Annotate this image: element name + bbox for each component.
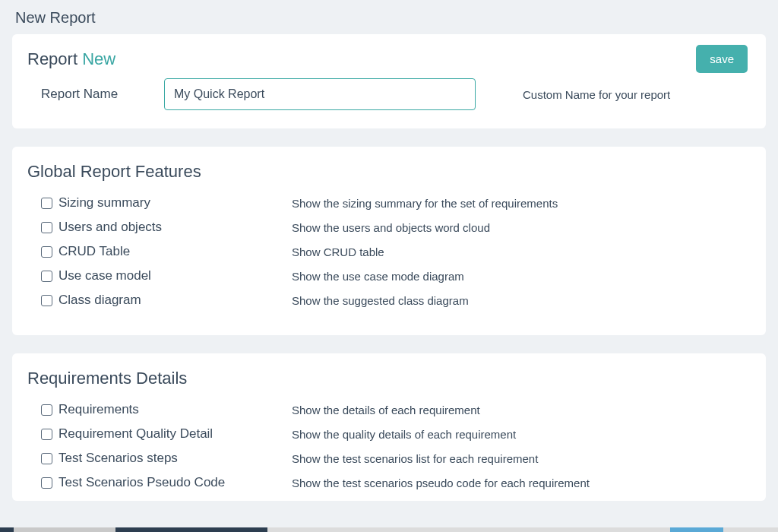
feature-desc: Show the use case mode diagram (292, 270, 464, 283)
feature-row: Users and objects Show the users and obj… (27, 215, 751, 239)
feature-desc: Show the test scenarios pseudo code for … (292, 477, 590, 489)
feature-desc: Show the sizing summary for the set of r… (292, 197, 558, 210)
checkbox-users-objects[interactable] (41, 222, 52, 233)
checkbox-crud-table[interactable] (41, 246, 52, 258)
feature-row: Use case model Show the use case mode di… (27, 264, 751, 288)
feature-label: Test Scenarios Pseudo Code (59, 475, 225, 490)
report-name-hint: Custom Name for your report (523, 88, 670, 101)
feature-row: Requirement Quality Detail Show the qual… (27, 422, 751, 446)
feature-desc: Show the suggested class diagram (292, 294, 469, 307)
checkbox-requirements[interactable] (41, 404, 52, 416)
checkbox-class-diagram[interactable] (41, 295, 52, 306)
feature-label: Sizing summary (59, 195, 150, 211)
checkbox-requirement-quality-detail[interactable] (41, 429, 52, 440)
feature-label: Test Scenarios steps (59, 451, 178, 466)
checkbox-sizing-summary[interactable] (41, 198, 52, 209)
feature-label: CRUD Table (59, 244, 130, 259)
report-new-badge: New (82, 49, 115, 68)
feature-label: Use case model (59, 268, 151, 283)
feature-row: Class diagram Show the suggested class d… (27, 288, 751, 312)
feature-row: Test Scenarios Pseudo Code Show the test… (27, 470, 751, 495)
feature-label: Class diagram (59, 293, 141, 308)
feature-row: Requirements Show the details of each re… (27, 397, 751, 422)
feature-label: Users and objects (59, 220, 162, 235)
requirements-details-title: Requirements Details (27, 369, 751, 388)
feature-desc: Show CRUD table (292, 245, 384, 258)
checkbox-test-scenarios-pseudo-code[interactable] (41, 477, 52, 489)
feature-row: CRUD Table Show CRUD table (27, 239, 751, 264)
report-card-title: Report New (27, 49, 696, 69)
global-features-card: Global Report Features Sizing summary Sh… (12, 147, 766, 335)
feature-row: Sizing summary Show the sizing summary f… (27, 191, 751, 215)
report-name-label: Report Name (41, 87, 140, 102)
global-features-title: Global Report Features (27, 162, 751, 182)
save-button[interactable]: save (696, 45, 748, 73)
bottom-strip (0, 527, 778, 532)
feature-desc: Show the details of each requirement (292, 404, 480, 416)
report-title-prefix: Report (27, 49, 77, 68)
feature-label: Requirement Quality Detail (59, 426, 213, 442)
report-card: Report New Report Name Custom Name for y… (12, 34, 766, 128)
report-name-input[interactable] (164, 78, 476, 110)
feature-desc: Show the users and objects word cloud (292, 221, 490, 234)
feature-desc: Show the test scenarios list for each re… (292, 452, 538, 465)
requirements-details-card: Requirements Details Requirements Show t… (12, 353, 766, 501)
checkbox-use-case-model[interactable] (41, 271, 52, 282)
feature-label: Requirements (59, 402, 139, 417)
feature-desc: Show the quality details of each require… (292, 428, 516, 441)
page-title: New Report (0, 0, 778, 34)
checkbox-test-scenarios-steps[interactable] (41, 453, 52, 464)
feature-row: Test Scenarios steps Show the test scena… (27, 446, 751, 470)
